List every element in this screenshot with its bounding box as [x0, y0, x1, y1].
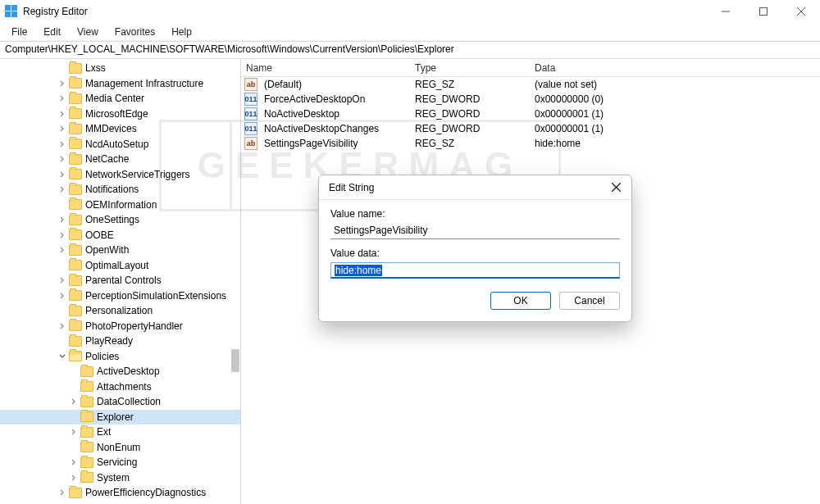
- value-row[interactable]: 011NoActiveDesktopREG_DWORD0x00000001 (1…: [241, 107, 820, 121]
- value-row[interactable]: abSettingsPageVisibilityREG_SZhide:home: [241, 136, 820, 151]
- col-type[interactable]: Type: [410, 62, 530, 74]
- cell-type: REG_DWORD: [410, 108, 530, 120]
- folder-icon: [80, 381, 93, 392]
- expand-chevron-icon[interactable]: [57, 154, 67, 164]
- expand-chevron-icon[interactable]: [57, 139, 67, 149]
- tree-item-perceptionsimulationextensions[interactable]: PerceptionSimulationExtensions: [0, 288, 240, 304]
- value-data-field[interactable]: hide:home: [330, 262, 620, 279]
- expand-chevron-icon[interactable]: [57, 124, 67, 134]
- folder-icon: [69, 63, 82, 74]
- expand-chevron-icon[interactable]: [57, 352, 67, 361]
- tree-item-photopropertyhandler[interactable]: PhotoPropertyHandler: [0, 319, 240, 334]
- cell-data: 0x00000001 (1): [530, 108, 820, 120]
- maximize-button[interactable]: [745, 0, 782, 23]
- tree-item-mmdevices[interactable]: MMDevices: [0, 121, 240, 137]
- tree-pane[interactable]: LxssManagement InfrastructureMedia Cente…: [0, 59, 241, 504]
- tree-item-label: Parental Controls: [85, 275, 162, 286]
- col-data[interactable]: Data: [530, 62, 820, 74]
- tree-item-netcache[interactable]: NetCache: [0, 152, 240, 167]
- tree-item-system[interactable]: System: [0, 470, 240, 486]
- expand-chevron-icon[interactable]: [69, 397, 79, 406]
- menu-help[interactable]: Help: [165, 25, 198, 39]
- menu-favorites[interactable]: Favorites: [108, 25, 162, 39]
- value-name-label: Value name:: [330, 208, 620, 220]
- tree-item-notifications[interactable]: Notifications: [0, 182, 240, 198]
- expand-chevron-icon[interactable]: [69, 473, 79, 483]
- tree-item-oobe[interactable]: OOBE: [0, 228, 240, 243]
- tree-item-powerefficiencydiagnostics[interactable]: PowerEfficiencyDiagnostics: [0, 485, 240, 501]
- tree-item-label: MicrosoftEdge: [85, 108, 148, 120]
- menu-view[interactable]: View: [71, 25, 105, 39]
- col-name[interactable]: Name: [241, 62, 410, 74]
- expand-chevron-icon: [57, 63, 67, 73]
- value-row[interactable]: 011ForceActiveDesktopOnREG_DWORD0x000000…: [241, 92, 820, 107]
- address-bar[interactable]: Computer\HKEY_LOCAL_MACHINE\SOFTWARE\Mic…: [0, 41, 820, 59]
- tree-item-playready[interactable]: PlayReady: [0, 334, 240, 349]
- tree-item-networkservicetriggers[interactable]: NetworkServiceTriggers: [0, 167, 240, 183]
- expand-chevron-icon[interactable]: [57, 275, 67, 285]
- tree-item-openwith[interactable]: OpenWith: [0, 243, 240, 258]
- cell-type: REG_DWORD: [410, 123, 530, 134]
- expand-chevron-icon[interactable]: [69, 427, 79, 437]
- folder-icon: [80, 442, 93, 452]
- cell-name: ForceActiveDesktopOn: [259, 93, 410, 105]
- tree-item-ext[interactable]: Ext: [0, 425, 240, 440]
- tree-item-oeminformation[interactable]: OEMInformation: [0, 198, 240, 213]
- tree-item-servicing[interactable]: Servicing: [0, 455, 240, 470]
- tree-item-ncdautosetup[interactable]: NcdAutoSetup: [0, 137, 240, 152]
- tree-item-lxss[interactable]: Lxss: [0, 61, 240, 76]
- tree-item-label: Personalization: [85, 305, 153, 316]
- ok-button[interactable]: OK: [490, 292, 551, 310]
- expand-chevron-icon[interactable]: [57, 93, 67, 103]
- folder-icon: [69, 108, 82, 119]
- tree-item-optimallayout[interactable]: OptimalLayout: [0, 258, 240, 274]
- expand-chevron-icon[interactable]: [57, 215, 67, 225]
- dialog-close-button[interactable]: [607, 179, 625, 197]
- tree-item-label: NonEnum: [97, 442, 140, 453]
- minimize-button[interactable]: [707, 0, 745, 23]
- value-data-label: Value data:: [330, 247, 620, 259]
- tree-item-explorer[interactable]: Explorer: [0, 410, 240, 425]
- value-row[interactable]: 011NoActiveDesktopChangesREG_DWORD0x0000…: [241, 121, 820, 136]
- tree-item-onesettings[interactable]: OneSettings: [0, 212, 240, 228]
- expand-chevron-icon[interactable]: [57, 170, 67, 179]
- cell-data: 0x00000000 (0): [530, 93, 820, 105]
- tree-item-datacollection[interactable]: DataCollection: [0, 394, 240, 410]
- expand-chevron-icon[interactable]: [57, 291, 67, 301]
- expand-chevron-icon[interactable]: [57, 184, 67, 194]
- tree-item-label: DataCollection: [97, 396, 161, 407]
- tree-item-activedesktop[interactable]: ActiveDesktop: [0, 364, 240, 379]
- expand-chevron-icon[interactable]: [57, 321, 67, 331]
- scrollbar-thumb[interactable]: [231, 349, 239, 372]
- menu-file[interactable]: File: [5, 25, 34, 39]
- folder-icon: [69, 245, 82, 256]
- expand-chevron-icon[interactable]: [57, 109, 67, 119]
- tree-item-personalization[interactable]: Personalization: [0, 303, 240, 319]
- expand-chevron-icon: [69, 412, 79, 422]
- tree-item-parental-controls[interactable]: Parental Controls: [0, 273, 240, 288]
- value-name-field[interactable]: SettingsPageVisibility: [330, 223, 620, 239]
- expand-chevron-icon[interactable]: [57, 245, 67, 255]
- expand-chevron-icon[interactable]: [69, 457, 79, 467]
- menu-edit[interactable]: Edit: [37, 25, 67, 39]
- expand-chevron-icon: [69, 382, 79, 392]
- tree-item-label: PlayReady: [85, 335, 133, 347]
- tree-item-attachments[interactable]: Attachments: [0, 379, 240, 395]
- folder-icon: [69, 320, 82, 331]
- tree-item-policies[interactable]: Policies: [0, 349, 240, 365]
- close-button[interactable]: [782, 0, 820, 23]
- tree-item-nonenum[interactable]: NonEnum: [0, 440, 240, 456]
- value-row[interactable]: ab(Default)REG_SZ(value not set): [241, 77, 820, 92]
- expand-chevron-icon: [57, 200, 67, 210]
- tree-item-microsoftedge[interactable]: MicrosoftEdge: [0, 107, 240, 122]
- cancel-button[interactable]: Cancel: [559, 292, 620, 310]
- tree-item-management-infrastructure[interactable]: Management Infrastructure: [0, 76, 240, 92]
- folder-icon: [69, 215, 82, 225]
- expand-chevron-icon[interactable]: [57, 79, 67, 89]
- tree-item-label: Media Center: [85, 93, 144, 104]
- expand-chevron-icon[interactable]: [57, 230, 67, 240]
- menubar: File Edit View Favorites Help: [0, 23, 820, 41]
- tree-item-media-center[interactable]: Media Center: [0, 91, 240, 107]
- folder-icon: [69, 93, 82, 104]
- expand-chevron-icon[interactable]: [57, 488, 67, 497]
